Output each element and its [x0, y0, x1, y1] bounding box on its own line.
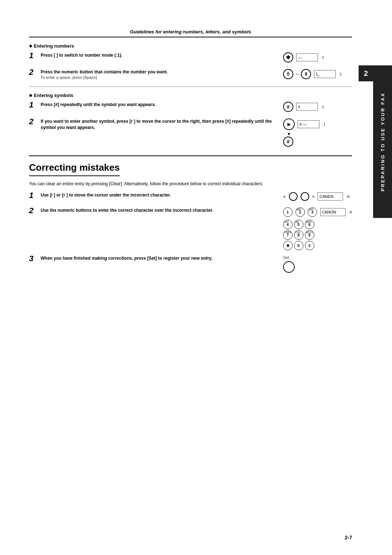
step1-text: Press [ ] to switch to number mode (:1). — [41, 52, 279, 58]
step-sym1-display: # — [296, 103, 318, 111]
numpad-9-super: WXYZ — [306, 231, 313, 234]
numpad-4: GHI 4 — [283, 220, 293, 229]
step-sym1-diagram: # # :1 — [279, 102, 352, 113]
btn-9: 9 — [301, 69, 311, 79]
numpad-6: MNO 6 — [305, 220, 314, 229]
correct-step3: 3 When you have finished making correcti… — [29, 255, 352, 273]
set-button — [283, 261, 295, 273]
entering-symbols-heading: Entering symbols — [29, 93, 352, 98]
correct-step3-main: When you have finished making correction… — [41, 256, 212, 261]
enter-symbols-step2: 2 If you want to enter another symbol, p… — [29, 118, 352, 148]
correct-step2: 2 Use the numeric buttons to enter the c… — [29, 207, 352, 250]
correct-step-number-1: 1 — [29, 191, 41, 199]
correct-step2-diagram: 1 ABC 2 DEF 3 CANON :A — [279, 207, 352, 250]
chapter-number: 2 — [364, 69, 368, 78]
correct-step1-mode: :A — [346, 194, 350, 199]
step2-text: Press the numeric button that contains t… — [41, 69, 279, 80]
step-number-sym2: 2 — [29, 118, 41, 126]
set-area: Set — [283, 255, 295, 273]
step2-mode: :1 — [339, 72, 342, 76]
correct-step-number-2: 2 — [29, 207, 41, 215]
hash-button-2: # — [283, 137, 293, 147]
numpad-7: PQRS 7 — [283, 230, 293, 240]
step-sym2-row1: ▶ # — :1 — [283, 118, 326, 130]
correct-step2-display: CANON — [320, 208, 346, 216]
correct-step2-main: Use the numeric buttons to enter the cor… — [41, 207, 279, 214]
correct-step2-mode: :A — [348, 210, 352, 214]
right-nav-btn — [301, 192, 309, 201]
guidelines-heading: Guidelines for entering numbers, letters… — [29, 29, 352, 37]
step-sym2-display: # — — [298, 120, 319, 128]
step-sym1-text: Press [#] repeatedly until the symbol yo… — [41, 102, 279, 108]
numpad-hash: # — [305, 241, 314, 250]
numpad-5: JKL 5 — [294, 220, 303, 229]
arrow-left-icon: < — [283, 194, 286, 199]
chapter-badge: 2 — [359, 65, 373, 81]
enter-numbers-step2: 2 Press the numeric button that contains… — [29, 69, 352, 81]
hash-button-1: # — [283, 102, 293, 112]
numpad-3-super: DEF — [309, 208, 314, 211]
down-arrow: ▼ — [287, 131, 291, 137]
enter-numbers-step1: 1 Press [ ] to switch to number mode (:1… — [29, 52, 352, 64]
numpad-3: DEF 3 — [308, 207, 317, 217]
numpad-8-super: TUV — [295, 231, 300, 234]
numpad-grid: GHI 4 JKL 5 MNO 6 — [283, 220, 314, 250]
numpad-9: WXYZ 9 — [305, 230, 314, 240]
numpad-5-super: JKL — [295, 220, 299, 223]
divider-2 — [29, 155, 352, 156]
tilde-row: 0 ～ 9 — [283, 69, 311, 79]
step1-mode: :1 — [321, 55, 324, 60]
set-label: Set — [283, 255, 289, 260]
step-sym1-mode: :1 — [321, 105, 324, 109]
numpad-6-super: MNO — [306, 220, 312, 223]
page-container: PREPARING TO USE YOUR FAX 2 Guidelines f… — [0, 0, 392, 555]
step2-main: Press the numeric button that contains t… — [41, 69, 279, 75]
step-sym2-diagram: ▶ # — :1 ▼ # — [279, 118, 352, 148]
step-number-sym1: 1 — [29, 101, 41, 109]
page-number: 2-7 — [345, 535, 352, 540]
correct-step1-row: < > CANEN :A — [283, 192, 350, 201]
step-sym2-main: If you want to enter another symbol, pre… — [41, 118, 279, 131]
correct-step2-display-row: 1 ABC 2 DEF 3 CANON :A — [283, 207, 352, 217]
step2-display: 1_ — [314, 70, 336, 78]
numpad-4-super: GHI — [284, 220, 289, 223]
left-nav-btn — [289, 192, 298, 201]
arrow-right-icon: > — [312, 194, 315, 199]
step1-diagram-row: ✱ — :1 — [283, 52, 324, 62]
numpad-row-456: GHI 4 JKL 5 MNO 6 — [283, 220, 314, 229]
tilde-symbol: ～ — [295, 71, 299, 77]
side-tab: PREPARING TO USE YOUR FAX — [373, 65, 392, 218]
step1-display: — — [296, 53, 318, 61]
correct-step1-main: Use [l ] or [r ] to move the cursor unde… — [41, 192, 279, 198]
step-sym1-row: # # :1 — [283, 102, 324, 112]
main-content: Guidelines for entering numbers, letters… — [29, 22, 352, 273]
correct-step3-text: When you have finished making correction… — [41, 255, 279, 262]
step1-main: Press [ ] to switch to number mode (:1). — [41, 53, 122, 58]
correcting-mistakes-heading: Correcting mistakes — [29, 162, 120, 176]
star-button: ✱ — [283, 52, 293, 62]
correcting-body-text: You can clear an entire entry by pressin… — [29, 181, 352, 187]
numpad-7-super: PQRS — [284, 231, 291, 234]
circle-arrow-button: ▶ — [283, 118, 295, 130]
step-number-1: 1 — [29, 52, 41, 60]
enter-symbols-step1: 1 Press [#] repeatedly until the symbol … — [29, 102, 352, 113]
numpad-0: 0 — [294, 241, 303, 250]
numpad-row-789: PQRS 7 TUV 8 WXYZ 9 — [283, 230, 314, 240]
numpad-star: ✱ — [283, 241, 293, 250]
correct-step1: 1 Use [l ] or [r ] to move the cursor un… — [29, 192, 352, 202]
correct-step2-text: Use the numeric buttons to enter the cor… — [41, 207, 279, 214]
correct-step-number-3: 3 — [29, 255, 41, 263]
entering-numbers-heading: Entering numbers — [29, 43, 352, 49]
divider-1 — [29, 86, 352, 87]
side-tab-text: PREPARING TO USE YOUR FAX — [380, 92, 385, 191]
step-sym1-main: Press [#] repeatedly until the symbol yo… — [41, 102, 279, 108]
step-sym2-mode: :1 — [322, 122, 326, 126]
step2-diagram: 0 ～ 9 1_ :1 — [279, 69, 352, 81]
step2-sub: To enter a space, press [Space]. — [41, 75, 279, 80]
correct-step1-display: CANEN — [318, 193, 343, 200]
numpad-1: 1 — [283, 207, 293, 217]
numpad-8: TUV 8 — [294, 230, 303, 240]
numpad-2: ABC 2 — [295, 207, 305, 217]
correct-step1-diagram: < > CANEN :A — [279, 192, 352, 202]
correct-step3-diagram: Set — [279, 255, 352, 273]
